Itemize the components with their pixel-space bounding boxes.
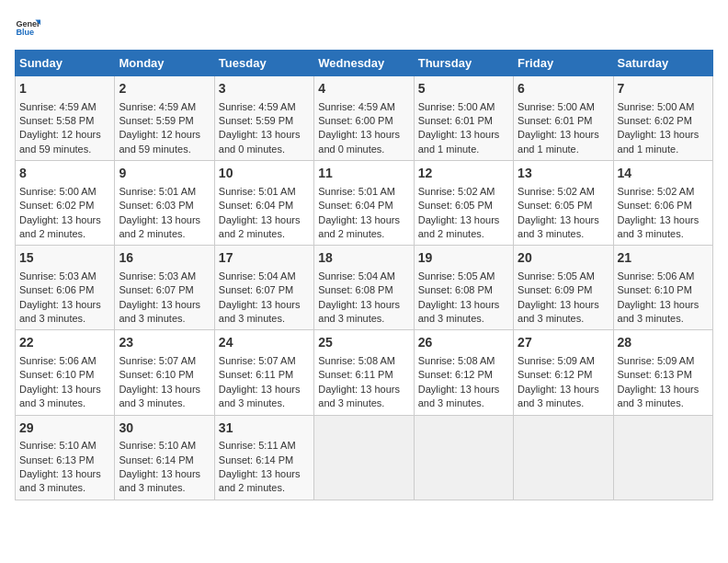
calendar-cell: 20Sunrise: 5:05 AMSunset: 6:09 PMDayligh… bbox=[514, 246, 613, 330]
day-info: and 3 minutes. bbox=[618, 312, 709, 326]
day-info: Sunrise: 5:02 AM bbox=[418, 185, 509, 199]
calendar-cell: 27Sunrise: 5:09 AMSunset: 6:12 PMDayligh… bbox=[514, 330, 613, 415]
week-row-3: 15Sunrise: 5:03 AMSunset: 6:06 PMDayligh… bbox=[16, 246, 713, 330]
column-header-saturday: Saturday bbox=[613, 51, 712, 76]
day-number: 22 bbox=[19, 334, 110, 352]
day-number: 18 bbox=[318, 249, 409, 268]
day-info: and 2 minutes. bbox=[219, 227, 310, 241]
calendar-cell: 31Sunrise: 5:11 AMSunset: 6:14 PMDayligh… bbox=[214, 415, 313, 500]
day-info: and 1 minute. bbox=[618, 143, 709, 156]
day-info: Sunrise: 5:02 AM bbox=[618, 185, 709, 199]
day-info: Daylight: 13 hours bbox=[618, 128, 709, 142]
day-info: Sunset: 6:05 PM bbox=[518, 199, 609, 213]
day-info: Sunset: 6:00 PM bbox=[318, 114, 409, 128]
day-info: Sunset: 6:10 PM bbox=[119, 368, 210, 382]
calendar-cell: 18Sunrise: 5:04 AMSunset: 6:08 PMDayligh… bbox=[314, 246, 414, 330]
day-info: and 3 minutes. bbox=[518, 227, 609, 241]
day-info: and 3 minutes. bbox=[318, 396, 409, 410]
day-info: Daylight: 12 hours bbox=[119, 128, 210, 142]
day-info: Sunrise: 5:09 AM bbox=[518, 354, 609, 368]
day-info: and 3 minutes. bbox=[219, 396, 310, 410]
day-info: and 59 minutes. bbox=[119, 143, 210, 156]
day-info: Daylight: 13 hours bbox=[318, 128, 409, 142]
calendar-cell: 12Sunrise: 5:02 AMSunset: 6:05 PMDayligh… bbox=[414, 161, 513, 246]
day-info: Sunrise: 5:05 AM bbox=[418, 270, 509, 283]
svg-text:Blue: Blue bbox=[16, 28, 34, 37]
calendar-cell bbox=[414, 415, 513, 500]
column-header-tuesday: Tuesday bbox=[214, 51, 313, 76]
day-number: 4 bbox=[318, 80, 409, 98]
column-header-sunday: Sunday bbox=[16, 51, 115, 76]
day-info: Sunrise: 5:02 AM bbox=[518, 185, 609, 199]
day-info: Sunset: 6:14 PM bbox=[119, 454, 210, 467]
day-info: Daylight: 13 hours bbox=[318, 383, 409, 396]
day-info: Sunrise: 4:59 AM bbox=[119, 100, 210, 114]
day-info: Sunrise: 5:05 AM bbox=[518, 270, 609, 283]
day-number: 28 bbox=[618, 334, 709, 352]
day-info: Daylight: 13 hours bbox=[318, 298, 409, 312]
day-info: Sunset: 6:04 PM bbox=[318, 199, 409, 213]
day-info: Sunrise: 5:01 AM bbox=[219, 185, 310, 199]
calendar-cell: 8Sunrise: 5:00 AMSunset: 6:02 PMDaylight… bbox=[16, 161, 115, 246]
day-info: Daylight: 13 hours bbox=[518, 298, 609, 312]
day-number: 20 bbox=[518, 249, 609, 268]
day-info: Sunset: 6:02 PM bbox=[618, 114, 709, 128]
day-number: 31 bbox=[219, 419, 310, 438]
day-number: 3 bbox=[219, 80, 310, 98]
calendar-cell: 17Sunrise: 5:04 AMSunset: 6:07 PMDayligh… bbox=[214, 246, 313, 330]
day-info: Sunset: 6:02 PM bbox=[19, 199, 110, 213]
day-info: Daylight: 13 hours bbox=[119, 298, 210, 312]
day-info: Sunset: 6:03 PM bbox=[119, 199, 210, 213]
day-info: Sunrise: 5:11 AM bbox=[219, 439, 310, 453]
day-info: Daylight: 13 hours bbox=[418, 128, 509, 142]
day-info: Sunset: 6:01 PM bbox=[418, 114, 509, 128]
day-info: Sunset: 6:13 PM bbox=[19, 454, 110, 467]
day-number: 1 bbox=[19, 80, 110, 98]
day-info: Daylight: 13 hours bbox=[418, 298, 509, 312]
calendar-cell bbox=[514, 415, 613, 500]
day-info: Daylight: 13 hours bbox=[518, 213, 609, 227]
day-info: Sunset: 6:11 PM bbox=[318, 368, 409, 382]
calendar-cell: 19Sunrise: 5:05 AMSunset: 6:08 PMDayligh… bbox=[414, 246, 513, 330]
calendar-cell bbox=[613, 415, 712, 500]
day-info: Sunset: 6:09 PM bbox=[518, 283, 609, 297]
day-info: Daylight: 13 hours bbox=[318, 213, 409, 227]
day-number: 27 bbox=[518, 334, 609, 352]
day-info: and 3 minutes. bbox=[618, 227, 709, 241]
day-info: and 3 minutes. bbox=[119, 396, 210, 410]
day-number: 13 bbox=[518, 165, 609, 183]
day-info: Sunrise: 5:01 AM bbox=[119, 185, 210, 199]
day-info: Sunset: 6:04 PM bbox=[219, 199, 310, 213]
day-info: Sunrise: 5:04 AM bbox=[318, 270, 409, 283]
week-row-2: 8Sunrise: 5:00 AMSunset: 6:02 PMDaylight… bbox=[16, 161, 713, 246]
logo: General Blue bbox=[15, 15, 44, 40]
page-header: General Blue bbox=[15, 15, 713, 40]
calendar-cell: 4Sunrise: 4:59 AMSunset: 6:00 PMDaylight… bbox=[314, 76, 414, 161]
day-info: Daylight: 13 hours bbox=[19, 383, 110, 396]
day-info: and 0 minutes. bbox=[219, 143, 310, 156]
day-info: Sunset: 6:11 PM bbox=[219, 368, 310, 382]
calendar-cell: 13Sunrise: 5:02 AMSunset: 6:05 PMDayligh… bbox=[514, 161, 613, 246]
calendar-cell: 24Sunrise: 5:07 AMSunset: 6:11 PMDayligh… bbox=[214, 330, 313, 415]
day-info: Daylight: 12 hours bbox=[19, 128, 110, 142]
day-info: Daylight: 13 hours bbox=[418, 213, 509, 227]
day-info: Sunrise: 5:08 AM bbox=[318, 354, 409, 368]
day-info: and 3 minutes. bbox=[19, 481, 110, 495]
day-info: Daylight: 13 hours bbox=[19, 213, 110, 227]
day-number: 12 bbox=[418, 165, 509, 183]
day-info: Daylight: 13 hours bbox=[119, 467, 210, 481]
day-number: 21 bbox=[618, 249, 709, 268]
week-row-1: 1Sunrise: 4:59 AMSunset: 5:58 PMDaylight… bbox=[16, 76, 713, 161]
day-info: Sunrise: 5:10 AM bbox=[119, 439, 210, 453]
day-info: and 3 minutes. bbox=[418, 312, 509, 326]
day-info: Sunrise: 5:00 AM bbox=[418, 100, 509, 114]
day-info: Daylight: 13 hours bbox=[518, 128, 609, 142]
day-info: and 3 minutes. bbox=[19, 396, 110, 410]
day-number: 16 bbox=[119, 249, 210, 268]
day-number: 30 bbox=[119, 419, 210, 438]
day-info: and 3 minutes. bbox=[318, 312, 409, 326]
calendar-cell: 21Sunrise: 5:06 AMSunset: 6:10 PMDayligh… bbox=[613, 246, 712, 330]
day-number: 19 bbox=[418, 249, 509, 268]
day-number: 25 bbox=[318, 334, 409, 352]
calendar-cell: 5Sunrise: 5:00 AMSunset: 6:01 PMDaylight… bbox=[414, 76, 513, 161]
